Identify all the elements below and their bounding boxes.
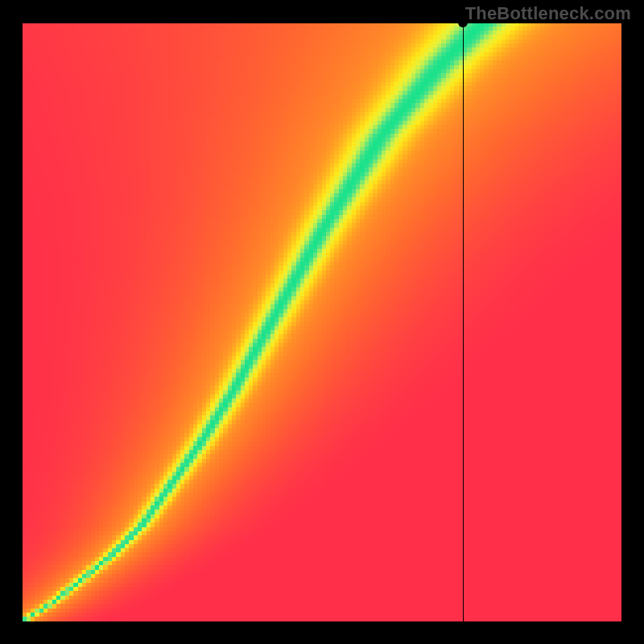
heatmap-canvas <box>23 23 621 621</box>
crosshair-vertical <box>463 23 464 621</box>
chart-frame: TheBottleneck.com <box>0 0 644 644</box>
watermark-text: TheBottleneck.com <box>465 3 631 24</box>
heatmap-plot <box>23 23 621 621</box>
crosshair-horizontal <box>23 23 621 23</box>
data-point-marker <box>458 18 468 27</box>
